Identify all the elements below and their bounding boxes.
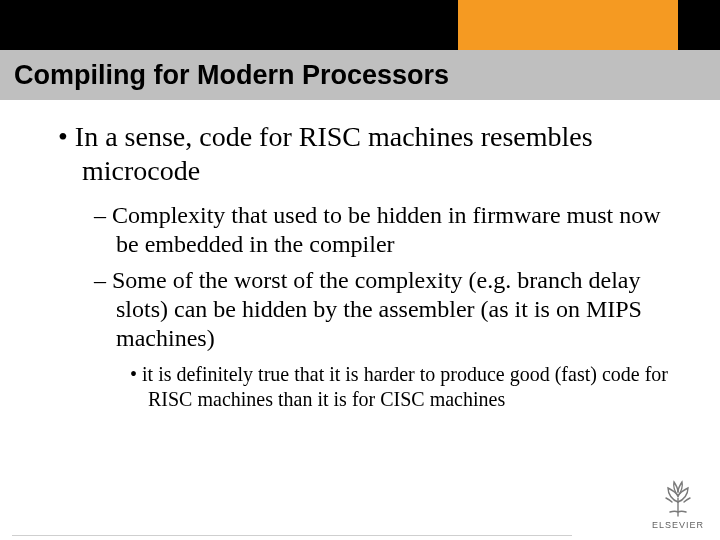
bullet-level3: it is definitely true that it is harder … [46, 362, 674, 412]
bullet-level3-text: it is definitely true that it is harder … [142, 363, 668, 410]
bullet-level1: In a sense, code for RISC machines resem… [46, 120, 674, 187]
bullet-level2: Some of the worst of the complexity (e.g… [46, 266, 674, 354]
publisher-logo: ELSEVIER [652, 478, 704, 530]
header-orange-block [458, 0, 678, 50]
bullet-level2b-text: Some of the worst of the complexity (e.g… [112, 267, 642, 352]
tree-icon [654, 478, 702, 518]
slide-title: Compiling for Modern Processors [0, 60, 449, 91]
slide-content: In a sense, code for RISC machines resem… [46, 120, 674, 412]
title-bar: Compiling for Modern Processors [0, 50, 720, 100]
publisher-name: ELSEVIER [652, 520, 704, 530]
footer-rule [12, 535, 572, 536]
bullet-level1-text: In a sense, code for RISC machines resem… [75, 121, 593, 186]
bullet-level2a-text: Complexity that used to be hidden in fir… [112, 202, 661, 257]
slide: Compiling for Modern Processors In a sen… [0, 0, 720, 540]
bullet-level2: Complexity that used to be hidden in fir… [46, 201, 674, 260]
